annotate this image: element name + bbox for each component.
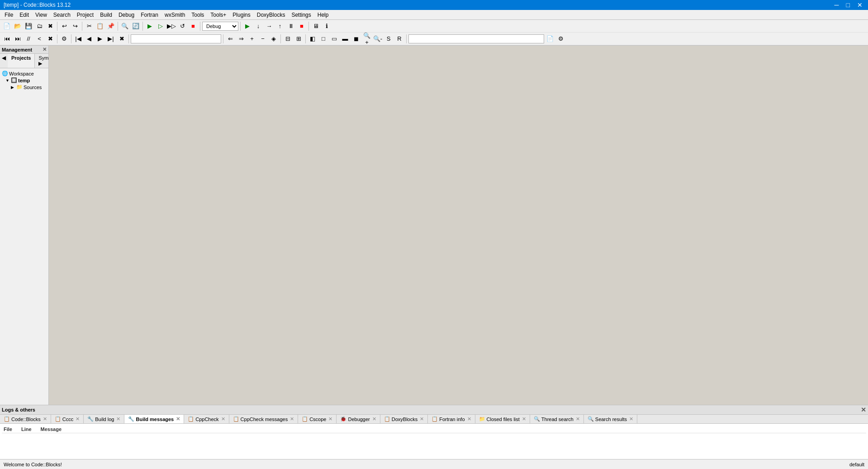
tb2-cc1[interactable]: ◧	[308, 34, 318, 44]
tb2-bookmark2[interactable]: ⇒	[236, 34, 246, 44]
tab-closedfiles[interactable]: 📁 Closed files list ✕	[475, 415, 530, 423]
tab-fortraninfo[interactable]: 📋 Fortran info ✕	[428, 415, 475, 423]
debug-step-out-btn[interactable]: ↑	[275, 21, 285, 31]
menu-fortran[interactable]: Fortran	[138, 11, 161, 19]
tab-searchresults[interactable]: 🔍 Search results ✕	[584, 415, 637, 423]
tb2-cc4[interactable]: ▬	[340, 34, 350, 44]
open-btn[interactable]: 📂	[13, 21, 23, 31]
tb2-clear-btn[interactable]: ✖	[117, 34, 127, 44]
sidebar-tab-prev[interactable]: ◀	[0, 54, 8, 68]
tb2-doxy1[interactable]: 📄	[545, 34, 555, 44]
search-bar[interactable]	[131, 34, 221, 43]
debug-stop-btn[interactable]: ■	[297, 21, 307, 31]
replace-btn[interactable]: 🔄	[131, 21, 141, 31]
menu-plugins[interactable]: Plugins	[230, 11, 253, 19]
threadsearch-tab-close[interactable]: ✕	[576, 416, 580, 422]
tb2-cc2[interactable]: □	[318, 34, 328, 44]
tb2-btn4[interactable]: ✖	[45, 34, 55, 44]
tab-buildlog[interactable]: 🔧 Build log ✕	[84, 415, 124, 423]
closedfiles-tab-close[interactable]: ✕	[522, 416, 526, 422]
build-run-btn[interactable]: ▶▷	[166, 21, 176, 31]
tab-projects[interactable]: Projects	[8, 54, 35, 68]
cscope-tab-close[interactable]: ✕	[328, 416, 332, 422]
buildlog-tab-close[interactable]: ✕	[116, 416, 120, 422]
tab-cppcheck[interactable]: 📋 CppCheck ✕	[184, 415, 229, 423]
tb2-cc3[interactable]: ▭	[329, 34, 339, 44]
tree-sources[interactable]: ▶ 📁 Sources	[2, 84, 47, 90]
new-btn[interactable]: 📄	[2, 21, 12, 31]
menu-doxyblocks[interactable]: DoxyBlocks	[254, 11, 288, 19]
sources-expand-icon[interactable]: ▶	[11, 85, 15, 90]
copy-btn[interactable]: 📋	[95, 21, 105, 31]
tb2-btn2[interactable]: ⏭	[13, 34, 23, 44]
tab-cscope[interactable]: 📋 Cscope ✕	[298, 415, 337, 423]
tb2-unfold-btn[interactable]: ⊞	[294, 34, 304, 44]
menu-debug[interactable]: Debug	[116, 11, 137, 19]
paste-btn[interactable]: 📌	[106, 21, 116, 31]
tab-codeblocks[interactable]: 📋 Code::Blocks ✕	[0, 415, 51, 423]
rebuild-btn[interactable]: ↺	[177, 21, 187, 31]
menu-view[interactable]: View	[33, 11, 50, 19]
cut-btn[interactable]: ✂	[84, 21, 94, 31]
tab-threadsearch[interactable]: 🔍 Thread search ✕	[530, 415, 584, 423]
bottom-panel-close-btn[interactable]: ✕	[861, 406, 866, 413]
tb2-zoom-in[interactable]: 🔍+	[362, 34, 372, 44]
tb2-zoom-out[interactable]: 🔍-	[373, 34, 383, 44]
find-btn[interactable]: 🔍	[120, 21, 130, 31]
tb2-settings-btn[interactable]: ⚙	[59, 34, 69, 44]
tab-doxyblocks[interactable]: 📋 DoxyBlocks ✕	[380, 415, 428, 423]
tb2-del-bookmark[interactable]: −	[258, 34, 268, 44]
tab-buildmessages[interactable]: 🔧 Build messages ✕	[124, 415, 184, 423]
tree-project-temp[interactable]: ▼ 🔲 temp	[2, 77, 47, 84]
tab-debugger[interactable]: 🐞 Debugger ✕	[337, 415, 380, 423]
doxy-search[interactable]	[408, 34, 544, 43]
tb2-nav1[interactable]: |◀	[73, 34, 83, 44]
close-btn[interactable]: ✖	[45, 21, 55, 31]
cppcheck-tab-close[interactable]: ✕	[221, 416, 225, 422]
build-target-dropdown[interactable]: Debug Release	[202, 22, 238, 31]
menu-search[interactable]: Search	[51, 11, 73, 19]
run-btn[interactable]: ▷	[156, 21, 166, 31]
menu-edit[interactable]: Edit	[17, 11, 32, 19]
close-button[interactable]: ✕	[855, 2, 864, 8]
menu-settings[interactable]: Settings	[289, 11, 313, 19]
searchresults-tab-close[interactable]: ✕	[629, 416, 633, 422]
tb2-fold-btn[interactable]: ⊟	[283, 34, 293, 44]
tb2-r-btn[interactable]: R	[394, 34, 404, 44]
tb2-bookmark1[interactable]: ⇐	[225, 34, 235, 44]
save-btn[interactable]: 💾	[24, 21, 33, 31]
tb2-btn1[interactable]: ⏮	[2, 34, 12, 44]
menu-tools-plus[interactable]: Tools+	[208, 11, 229, 19]
buildmsg-tab-close[interactable]: ✕	[176, 416, 180, 422]
redo-btn[interactable]: ↪	[70, 21, 80, 31]
restore-button[interactable]: □	[844, 2, 852, 8]
debug-step-btn[interactable]: ↓	[253, 21, 263, 31]
tb2-btn3[interactable]: <	[34, 34, 44, 44]
undo-btn[interactable]: ↩	[59, 21, 69, 31]
tb2-nav2[interactable]: ◀	[84, 34, 94, 44]
tab-cccc[interactable]: 📋 Cccc ✕	[51, 415, 84, 423]
menu-wxsmith[interactable]: wxSmith	[162, 11, 188, 19]
debug-start-btn[interactable]: ▶	[242, 21, 252, 31]
cccc-tab-close[interactable]: ✕	[76, 416, 80, 422]
doxyblocks-tab-close[interactable]: ✕	[420, 416, 424, 422]
save-all-btn[interactable]: 🗂	[34, 21, 44, 31]
stop-build-btn[interactable]: ■	[188, 21, 198, 31]
menu-tools[interactable]: Tools	[189, 11, 207, 19]
tab-cppcheckmsg[interactable]: 📋 CppCheck messages ✕	[229, 415, 299, 423]
tb2-doxy2[interactable]: ⚙	[556, 34, 566, 44]
menu-project[interactable]: Project	[74, 11, 96, 19]
tb2-nav3[interactable]: ▶	[95, 34, 105, 44]
project-expand-icon[interactable]: ▼	[5, 78, 10, 83]
tree-workspace[interactable]: 🌐 Workspace	[2, 70, 47, 77]
debugger-tab-close[interactable]: ✕	[372, 416, 376, 422]
codeblocks-tab-close[interactable]: ✕	[43, 416, 47, 422]
tb2-s-btn[interactable]: S	[384, 34, 394, 44]
debug-pause-btn[interactable]: ⏸	[286, 21, 296, 31]
build-btn[interactable]: ▶	[145, 21, 155, 31]
sidebar-close-btn[interactable]: ✕	[43, 47, 47, 52]
menu-build[interactable]: Build	[97, 11, 115, 19]
menu-help[interactable]: Help	[315, 11, 332, 19]
debug-screen-btn[interactable]: 🖥	[311, 21, 321, 31]
fortraninfo-tab-close[interactable]: ✕	[467, 416, 471, 422]
